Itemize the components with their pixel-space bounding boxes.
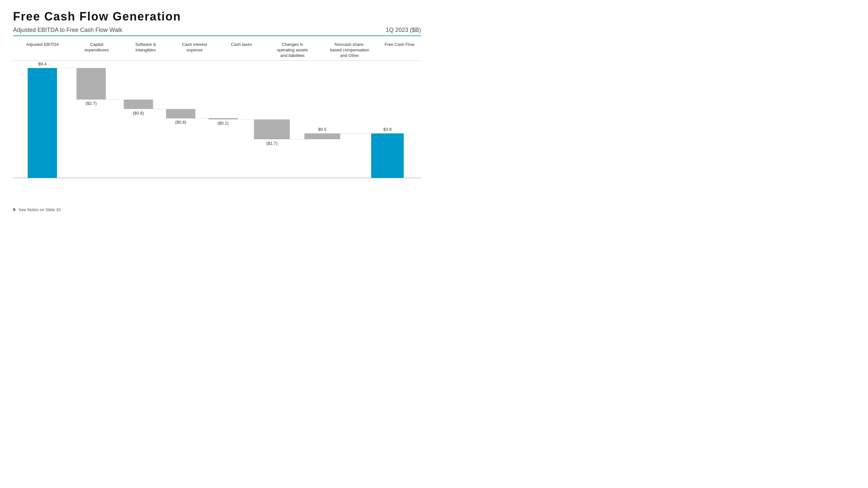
- subtitle-row: Adjusted EBITDA to Free Cash Flow Walk 1…: [13, 27, 421, 33]
- page-title: Free Cash Flow Generation: [13, 10, 421, 24]
- label-cash-taxes: ($0.1): [217, 121, 228, 126]
- bar-software: [124, 100, 153, 109]
- col-header-changes-op: Changes inoperating assetsand liabilitie…: [264, 42, 321, 59]
- footer-note-text: See Notes on Slide 10: [19, 207, 61, 212]
- bar-cash-taxes: [208, 118, 238, 120]
- label-cash-interest: ($0.8): [175, 120, 186, 125]
- footer-page-number: 9: [13, 207, 15, 212]
- col-header-cash-taxes: Cash taxes: [219, 42, 264, 59]
- chart-subtitle: Adjusted EBITDA to Free Cash Flow Walk: [13, 27, 122, 33]
- label-changes-op: ($1.7): [266, 141, 277, 146]
- col-header-noncash: Noncash share-based compensationand Othe…: [321, 42, 378, 59]
- bar-cash-interest: [166, 109, 195, 119]
- chart-period: 1Q 2023 ($B): [386, 27, 421, 33]
- col-header-software: Software &intangibles: [121, 42, 170, 59]
- label-software: ($0.8): [133, 110, 144, 116]
- bar-adj-ebitda: [28, 68, 57, 178]
- bar-noncash: [304, 133, 340, 139]
- label-adj-ebitda: $9.4: [38, 62, 46, 66]
- footer: 9 See Notes on Slide 10: [13, 207, 421, 212]
- bar-fcf: [371, 133, 404, 178]
- col-header-capex: Capitalexpenditures: [72, 42, 121, 59]
- col-header-fcf: Free Cash Flow: [378, 42, 421, 59]
- svg-line-4: [195, 118, 208, 119]
- column-headers: Adjusted EBITDA Capitalexpenditures Soft…: [13, 39, 421, 61]
- label-fcf: $3.8: [383, 127, 391, 132]
- chart-area: Adjusted EBITDA Capitalexpenditures Soft…: [13, 39, 421, 202]
- bar-capex: [76, 68, 106, 100]
- label-capex: ($2.7): [86, 101, 97, 106]
- bar-changes-op: [254, 120, 290, 139]
- label-noncash: $0.5: [318, 127, 326, 132]
- waterfall-chart: $9.4 ($2.7) ($0.8) ($0.8) ($0.1) ($1.7) …: [13, 61, 421, 201]
- divider: [13, 35, 421, 36]
- col-header-cash-interest: Cash interestexpense: [170, 42, 219, 59]
- col-header-adj-ebitda: Adjusted EBITDA: [13, 42, 72, 59]
